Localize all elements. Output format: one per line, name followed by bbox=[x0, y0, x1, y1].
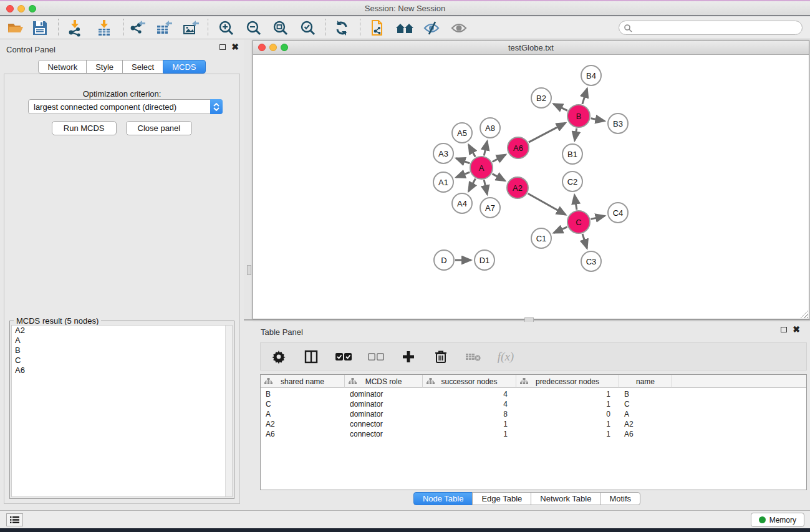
table-options-icon[interactable] bbox=[271, 349, 287, 365]
list-item[interactable]: A6 bbox=[12, 365, 232, 375]
graph-edge-C-C1[interactable] bbox=[554, 227, 567, 233]
vertical-splitter-grip[interactable] bbox=[247, 265, 251, 275]
graph-node-label: A2 bbox=[513, 183, 523, 193]
toolbar-separator bbox=[360, 19, 360, 36]
graph-edge-A-A1[interactable] bbox=[456, 172, 470, 177]
import-network-icon[interactable] bbox=[65, 18, 85, 38]
graph-edge-A-A6[interactable] bbox=[493, 155, 506, 162]
float-panel-icon[interactable] bbox=[781, 327, 787, 332]
network-canvas[interactable]: B4B2BB3A8A5A6A3B1AC2A1A2A4A7C4CC1DD1C3 bbox=[254, 55, 808, 319]
graph-edge-A6-B[interactable] bbox=[529, 123, 566, 142]
save-session-icon[interactable] bbox=[30, 18, 50, 38]
close-panel-icon[interactable]: ✖ bbox=[231, 44, 239, 50]
export-network-icon[interactable] bbox=[127, 18, 147, 38]
tab-motifs[interactable]: Motifs bbox=[600, 492, 640, 505]
tab-select[interactable]: Select bbox=[122, 60, 163, 74]
list-item[interactable]: C bbox=[12, 355, 232, 365]
column-header-predecessor-nodes[interactable]: predecessor nodes bbox=[516, 375, 619, 388]
window-resize-grip[interactable] bbox=[800, 310, 808, 318]
tab-node-table[interactable]: Node Table bbox=[413, 492, 473, 505]
node-table[interactable]: shared name MCDS role successor nodes pr… bbox=[260, 374, 807, 490]
delete-columns-icon[interactable] bbox=[433, 349, 449, 365]
column-header-shared-name[interactable]: shared name bbox=[261, 375, 345, 388]
zoom-fit-icon[interactable] bbox=[270, 18, 290, 38]
graph-node-label: D bbox=[441, 256, 446, 265]
graph-edge-A-A8[interactable] bbox=[484, 141, 487, 155]
refresh-icon[interactable] bbox=[332, 18, 352, 38]
close-panel-button[interactable]: Close panel bbox=[126, 121, 193, 135]
control-panel-tabs: Network Style Select MCDS bbox=[0, 60, 244, 74]
tab-style[interactable]: Style bbox=[86, 60, 123, 74]
float-panel-icon[interactable] bbox=[219, 44, 226, 50]
table-row[interactable]: B dominator 4 1 B bbox=[261, 389, 806, 399]
column-label: name bbox=[636, 377, 655, 386]
list-item[interactable]: A2 bbox=[12, 326, 232, 336]
graph-edge-B-B1[interactable] bbox=[575, 128, 577, 141]
create-column-icon[interactable] bbox=[400, 349, 417, 365]
network-window-titlebar[interactable]: testGlobe.txt bbox=[253, 41, 809, 55]
tab-edge-table[interactable]: Edge Table bbox=[472, 492, 531, 505]
show-column-icon[interactable] bbox=[303, 349, 319, 365]
open-session-icon[interactable] bbox=[5, 18, 25, 38]
column-header-mcds-role[interactable]: MCDS role bbox=[345, 375, 423, 388]
zoom-selected-icon[interactable] bbox=[297, 18, 317, 38]
column-header-successor-nodes[interactable]: successor nodes bbox=[423, 375, 516, 388]
close-panel-icon[interactable]: ✖ bbox=[793, 326, 800, 332]
graph-node-label: C1 bbox=[536, 234, 547, 243]
column-type-icon bbox=[264, 378, 272, 385]
cell-mcds-role: dominator bbox=[350, 389, 418, 399]
destroy-table-icon[interactable] bbox=[465, 349, 481, 365]
graph-edge-A-A3[interactable] bbox=[456, 158, 470, 163]
graph-edge-A-A2[interactable] bbox=[493, 174, 505, 181]
table-row[interactable]: A2 connector 1 1 A2 bbox=[261, 419, 806, 429]
table-row[interactable]: A6 connector 1 1 A6 bbox=[261, 429, 806, 439]
table-row[interactable]: A dominator 8 0 A bbox=[261, 409, 806, 419]
zoom-out-icon[interactable] bbox=[243, 18, 263, 38]
tab-mcds[interactable]: MCDS bbox=[163, 60, 205, 74]
table-panel-title: Table Panel bbox=[261, 327, 303, 337]
graph-edge-C-C3[interactable] bbox=[582, 234, 587, 248]
result-list-scrollbar[interactable] bbox=[225, 326, 232, 496]
graph-edge-C-C2[interactable] bbox=[574, 195, 577, 210]
graph-edge-B-B3[interactable] bbox=[591, 118, 605, 121]
table-toolbar: f(x) bbox=[260, 342, 807, 370]
show-selected-icon[interactable] bbox=[449, 18, 469, 38]
mcds-result-list[interactable]: A2 A B C A6 bbox=[11, 325, 233, 497]
graph-node-label: B3 bbox=[613, 119, 623, 128]
graph-node-label: D1 bbox=[480, 256, 490, 265]
graph-edge-B-B2[interactable] bbox=[554, 104, 567, 111]
task-history-button[interactable] bbox=[6, 513, 23, 526]
unselect-all-columns-icon[interactable] bbox=[368, 349, 384, 365]
column-header-name[interactable]: name bbox=[619, 375, 672, 388]
search-input[interactable] bbox=[619, 21, 803, 35]
new-network-from-file-icon[interactable] bbox=[368, 18, 388, 38]
list-item[interactable]: B bbox=[12, 346, 232, 355]
graph-edge-A-A7[interactable] bbox=[484, 180, 487, 195]
select-all-columns-icon[interactable] bbox=[335, 349, 352, 365]
zoom-in-icon[interactable] bbox=[216, 18, 236, 38]
memory-button[interactable]: Memory bbox=[751, 513, 804, 527]
graph-edge-B-B4[interactable] bbox=[582, 89, 587, 104]
run-mcds-button[interactable]: Run MCDS bbox=[52, 121, 117, 135]
graph-edge-C-C4[interactable] bbox=[591, 216, 604, 219]
export-image-icon[interactable] bbox=[181, 18, 201, 38]
cell-name: A bbox=[624, 409, 668, 419]
toolbar-separator bbox=[325, 19, 325, 36]
criterion-dropdown[interactable]: largest connected component (directed) bbox=[28, 99, 223, 114]
graph-edge-A2-C[interactable] bbox=[528, 193, 566, 215]
tab-network[interactable]: Network bbox=[38, 60, 87, 74]
graph-edge-A-A5[interactable] bbox=[469, 145, 476, 157]
import-table-icon[interactable] bbox=[94, 18, 114, 38]
network-graph[interactable]: B4B2BB3A8A5A6A3B1AC2A1A2A4A7C4CC1DD1C3 bbox=[254, 55, 808, 319]
export-table-icon[interactable] bbox=[154, 18, 174, 38]
hide-selected-icon[interactable] bbox=[422, 18, 441, 38]
table-row[interactable]: C dominator 4 1 C bbox=[261, 399, 806, 409]
show-all-networks-icon[interactable] bbox=[395, 18, 415, 38]
list-icon bbox=[10, 516, 19, 524]
list-item[interactable]: A bbox=[12, 336, 232, 346]
graph-edge-A-A4[interactable] bbox=[469, 179, 476, 191]
main-toolbar bbox=[0, 16, 810, 39]
tab-network-table[interactable]: Network Table bbox=[531, 492, 600, 505]
function-builder-icon[interactable]: f(x) bbox=[498, 349, 514, 365]
column-label: shared name bbox=[281, 377, 324, 386]
